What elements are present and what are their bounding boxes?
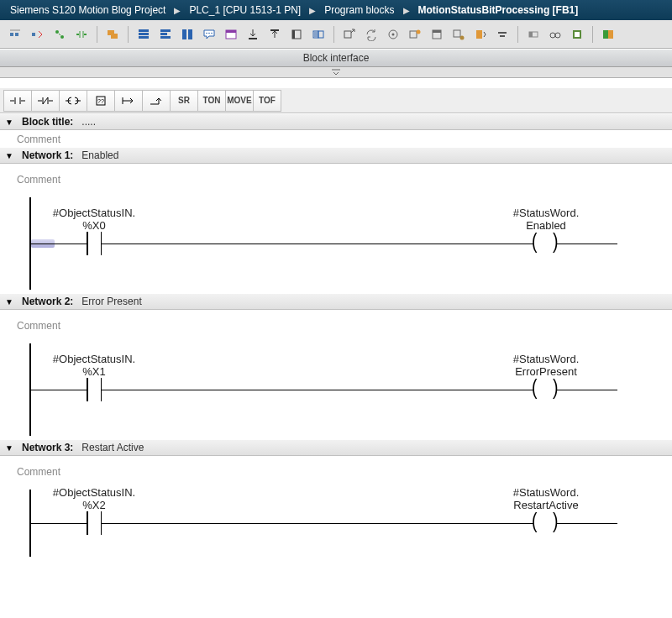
network-comment[interactable]: Comment bbox=[0, 463, 672, 479]
toolbar-btn-20[interactable] bbox=[449, 25, 468, 44]
network-header-1[interactable]: ▼ Network 1: Enabled bbox=[0, 147, 672, 164]
breadcrumb-sep-icon: ▶ bbox=[304, 6, 321, 15]
svg-point-3 bbox=[55, 30, 59, 34]
ladder-btn-coil[interactable] bbox=[59, 90, 87, 112]
output-coil[interactable]: () bbox=[533, 512, 557, 534]
ladder-btn-box[interactable]: ?? bbox=[87, 90, 115, 112]
toolbar-btn-7[interactable] bbox=[156, 25, 175, 44]
svg-rect-33 bbox=[454, 30, 460, 37]
ladder-btn-branch-close[interactable] bbox=[142, 90, 171, 112]
svg-rect-14 bbox=[188, 29, 192, 39]
wire bbox=[102, 523, 533, 524]
network-desc[interactable]: Enabled bbox=[81, 149, 118, 161]
ladder-btn-open-contact[interactable] bbox=[3, 90, 32, 112]
wire bbox=[557, 523, 617, 524]
toolbar-download-icon[interactable] bbox=[244, 25, 262, 44]
svg-rect-7 bbox=[139, 29, 149, 32]
contact-label[interactable]: #ObjectStatusIN. %X2 bbox=[39, 486, 149, 511]
toolbar-btn-6[interactable] bbox=[134, 25, 153, 44]
output-coil[interactable]: () bbox=[533, 379, 557, 401]
crumb-plc[interactable]: PLC_1 [CPU 1513-1 PN] bbox=[186, 4, 304, 16]
normally-open-contact[interactable] bbox=[87, 378, 102, 401]
toolbar-btn-4[interactable] bbox=[72, 25, 91, 44]
svg-rect-43 bbox=[575, 32, 580, 37]
chevron-down-icon[interactable]: ▼ bbox=[5, 297, 13, 306]
network-header-3[interactable]: ▼ Network 3: Restart Active bbox=[0, 439, 672, 456]
toolbar-btn-8[interactable] bbox=[178, 25, 197, 44]
svg-rect-26 bbox=[344, 31, 351, 38]
normally-open-contact[interactable] bbox=[87, 232, 102, 255]
toolbar-btn-22[interactable] bbox=[493, 25, 512, 44]
svg-point-28 bbox=[392, 33, 395, 35]
crumb-project[interactable]: Siemens S120 Motion Blog Project bbox=[7, 4, 169, 16]
ladder-btn-closed-contact[interactable] bbox=[31, 90, 60, 112]
chevron-down-icon[interactable]: ▼ bbox=[5, 443, 13, 453]
svg-rect-37 bbox=[500, 35, 505, 37]
wire bbox=[29, 244, 87, 244]
chevron-down-icon[interactable]: ▼ bbox=[5, 118, 13, 127]
normally-open-contact[interactable] bbox=[87, 511, 102, 535]
toolbar-btn-2[interactable] bbox=[29, 25, 47, 44]
toolbar-btn-10[interactable] bbox=[222, 25, 240, 44]
contact-label[interactable]: #ObjectStatusIN. %X1 bbox=[39, 353, 149, 378]
output-coil[interactable]: () bbox=[533, 233, 557, 254]
wire bbox=[29, 523, 87, 524]
ladder-btn-sr[interactable]: SR bbox=[170, 90, 198, 112]
wire bbox=[557, 390, 617, 390]
toolbar-btn-13[interactable] bbox=[287, 25, 306, 44]
ladder-rung[interactable]: #ObjectStatusIN. %X0 #StatusWord. Enable… bbox=[29, 197, 643, 290]
svg-rect-10 bbox=[160, 29, 171, 32]
block-title-value[interactable]: ..... bbox=[81, 116, 96, 128]
contact-label[interactable]: #ObjectStatusIN. %X0 bbox=[39, 207, 149, 232]
network-label: Network 3: bbox=[22, 442, 73, 453]
svg-rect-44 bbox=[603, 30, 608, 39]
toolbar-btn-5[interactable] bbox=[103, 25, 122, 44]
block-interface-bar[interactable]: Block interface bbox=[0, 49, 672, 67]
toolbar-btn-26[interactable] bbox=[599, 25, 617, 44]
svg-point-34 bbox=[460, 35, 465, 39]
network-header-2[interactable]: ▼ Network 2: Error Present bbox=[0, 293, 672, 310]
toolbar-btn-25[interactable] bbox=[568, 25, 586, 44]
svg-rect-11 bbox=[160, 33, 167, 35]
svg-point-40 bbox=[550, 33, 555, 38]
toolbar-btn-23[interactable] bbox=[524, 25, 543, 44]
ladder-btn-ton[interactable]: TON bbox=[197, 90, 226, 112]
svg-rect-32 bbox=[433, 30, 441, 33]
network-comment[interactable]: Comment bbox=[0, 317, 672, 333]
toolbar-btn-18[interactable] bbox=[406, 25, 424, 44]
coil-label[interactable]: #StatusWord. ErrorPresent bbox=[483, 353, 609, 378]
expand-down-icon[interactable] bbox=[330, 67, 342, 77]
crumb-current-block[interactable]: MotionStatusBitProcessing [FB1] bbox=[415, 4, 582, 16]
toolbar-btn-3[interactable] bbox=[50, 25, 69, 44]
toolbar-refresh-icon[interactable] bbox=[362, 25, 381, 44]
ladder-btn-branch-open[interactable] bbox=[114, 90, 143, 112]
ladder-btn-tof[interactable]: TOF bbox=[253, 90, 281, 112]
network-desc[interactable]: Restart Active bbox=[81, 442, 144, 453]
breadcrumb-sep-icon: ▶ bbox=[398, 6, 415, 15]
coil-label[interactable]: #StatusWord. RestartActive bbox=[483, 486, 609, 511]
chevron-down-icon[interactable]: ▼ bbox=[5, 151, 13, 160]
toolbar-btn-21[interactable] bbox=[471, 25, 490, 44]
block-comment[interactable]: Comment bbox=[0, 130, 672, 147]
svg-point-17 bbox=[211, 32, 213, 34]
toolbar-glasses-icon[interactable] bbox=[546, 25, 564, 44]
toolbar-btn-17[interactable] bbox=[384, 25, 402, 44]
toolbar-comment-icon[interactable] bbox=[200, 25, 218, 44]
svg-text:??: ?? bbox=[97, 98, 104, 104]
network-comment[interactable]: Comment bbox=[0, 170, 672, 187]
toolbar-upload-icon[interactable] bbox=[265, 25, 284, 44]
network-label: Network 2: bbox=[22, 296, 73, 307]
svg-rect-1 bbox=[15, 33, 18, 36]
block-title-header[interactable]: ▼ Block title: ..... bbox=[0, 113, 672, 130]
coil-label[interactable]: #StatusWord. Enabled bbox=[483, 207, 609, 232]
network-desc[interactable]: Error Present bbox=[81, 296, 141, 307]
ladder-rung[interactable]: #ObjectStatusIN. %X1 #StatusWord. ErrorP… bbox=[29, 343, 643, 436]
ladder-rung[interactable]: #ObjectStatusIN. %X2 #StatusWord. Restar… bbox=[29, 490, 643, 557]
svg-point-16 bbox=[208, 32, 210, 34]
toolbar-btn-14[interactable] bbox=[309, 25, 328, 44]
ladder-btn-move[interactable]: MOVE bbox=[225, 90, 254, 112]
toolbar-goto-icon[interactable] bbox=[340, 25, 359, 44]
toolbar-btn-1[interactable] bbox=[7, 25, 25, 44]
toolbar-btn-19[interactable] bbox=[428, 25, 446, 44]
crumb-program-blocks[interactable]: Program blocks bbox=[321, 4, 397, 16]
